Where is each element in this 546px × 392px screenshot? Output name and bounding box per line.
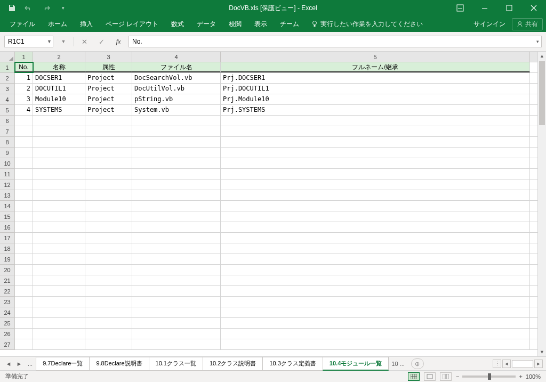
cell[interactable]: [33, 254, 85, 264]
cell[interactable]: [221, 339, 530, 349]
cell[interactable]: [15, 126, 33, 136]
row-header[interactable]: 12: [0, 179, 14, 190]
cell[interactable]: [15, 116, 33, 126]
qat-customize-icon[interactable]: ▾: [57, 2, 69, 14]
cell[interactable]: [132, 339, 221, 349]
cell[interactable]: [15, 190, 33, 200]
new-sheet-button[interactable]: ⊕: [411, 358, 424, 369]
cell[interactable]: 3: [15, 94, 33, 104]
cell[interactable]: Project: [85, 84, 132, 94]
sheet-tab[interactable]: 10.1クラス一覧: [149, 357, 203, 371]
cell[interactable]: [15, 243, 33, 254]
insert-function-button[interactable]: fx: [111, 36, 125, 47]
tab-pagelayout[interactable]: ページ レイアウト: [99, 16, 165, 32]
cell[interactable]: [15, 201, 33, 211]
cell[interactable]: [85, 233, 132, 243]
sheet-tab[interactable]: 10.4モジュール一覧: [323, 357, 389, 371]
cell[interactable]: [33, 329, 85, 339]
view-pagebreak-button[interactable]: [440, 372, 452, 381]
cell[interactable]: [221, 179, 530, 190]
tab-team[interactable]: チーム: [274, 16, 306, 32]
cell[interactable]: [15, 158, 33, 168]
save-button[interactable]: [5, 2, 18, 14]
row-header[interactable]: 1: [0, 62, 14, 73]
cell[interactable]: [221, 233, 530, 243]
cell[interactable]: DocUtilVol.vb: [132, 84, 221, 94]
zoom-out-button[interactable]: −: [456, 373, 459, 380]
cell[interactable]: [132, 126, 221, 136]
hscroll-divider[interactable]: ⋮: [493, 360, 501, 368]
cell[interactable]: [132, 329, 221, 339]
row-header[interactable]: 27: [0, 339, 14, 350]
cell[interactable]: [132, 148, 221, 158]
undo-button[interactable]: [22, 2, 35, 14]
tab-view[interactable]: 表示: [248, 16, 274, 32]
cell[interactable]: [221, 169, 530, 179]
cell[interactable]: [132, 307, 221, 317]
scrollbar-thumb[interactable]: [539, 61, 545, 125]
share-button[interactable]: 共有: [512, 18, 543, 30]
row-header[interactable]: 19: [0, 254, 14, 265]
row-header[interactable]: 13: [0, 190, 14, 201]
ribbon-options-button[interactable]: [448, 0, 472, 16]
table-header-cell[interactable]: フルネーム/継承: [221, 62, 530, 72]
cell[interactable]: [15, 318, 33, 328]
cell[interactable]: [85, 126, 132, 136]
cell[interactable]: [85, 169, 132, 179]
cell[interactable]: SYSTEMS: [33, 105, 85, 115]
cell[interactable]: pString.vb: [132, 94, 221, 104]
cell[interactable]: [33, 190, 85, 200]
cell[interactable]: [221, 318, 530, 328]
column-header[interactable]: 3: [85, 52, 132, 62]
column-header[interactable]: 4: [132, 52, 221, 62]
sheet-tab[interactable]: 9.7Declare一覧: [36, 357, 90, 371]
tab-nav-prev[interactable]: ◄: [3, 361, 14, 367]
cell[interactable]: [33, 137, 85, 147]
redo-button[interactable]: [39, 2, 52, 14]
sheet-tab[interactable]: 10.3クラス定義書: [262, 357, 323, 371]
name-box[interactable]: R1C1 ▼: [4, 36, 53, 47]
table-header-cell[interactable]: 名称: [33, 62, 85, 72]
hscroll-right[interactable]: ►: [534, 360, 543, 368]
cell[interactable]: [132, 222, 221, 232]
cell[interactable]: Prj.DOCUTIL1: [221, 84, 530, 94]
cell[interactable]: DOCSER1: [33, 73, 85, 83]
cell[interactable]: [33, 169, 85, 179]
cell[interactable]: [221, 254, 530, 264]
cell[interactable]: DOCUTIL1: [33, 84, 85, 94]
tab-file[interactable]: ファイル: [3, 16, 42, 32]
namebox-expand-icon[interactable]: ▼: [57, 36, 70, 47]
cell[interactable]: [221, 137, 530, 147]
cell[interactable]: [85, 222, 132, 232]
cell[interactable]: [85, 318, 132, 328]
cell[interactable]: [33, 126, 85, 136]
cell[interactable]: [33, 211, 85, 222]
cell[interactable]: [132, 233, 221, 243]
minimize-button[interactable]: [472, 0, 497, 16]
tab-overflow-left[interactable]: ...: [25, 361, 36, 367]
cell[interactable]: [33, 179, 85, 190]
table-header-cell[interactable]: No.: [15, 62, 33, 72]
cell[interactable]: [85, 116, 132, 126]
zoom-in-button[interactable]: +: [519, 373, 522, 380]
enter-formula-button[interactable]: ✓: [94, 36, 108, 47]
cell[interactable]: [132, 137, 221, 147]
row-header[interactable]: 14: [0, 201, 14, 211]
row-header[interactable]: 22: [0, 286, 14, 297]
row-header[interactable]: 2: [0, 73, 14, 84]
cell[interactable]: [33, 158, 85, 168]
zoom-slider[interactable]: [462, 375, 516, 378]
row-header[interactable]: 21: [0, 275, 14, 286]
column-header[interactable]: 1: [15, 52, 33, 62]
hscroll-track[interactable]: [512, 360, 533, 368]
cell[interactable]: 4: [15, 105, 33, 115]
tab-formulas[interactable]: 数式: [165, 16, 190, 32]
row-header[interactable]: 26: [0, 329, 14, 339]
row-header[interactable]: 16: [0, 222, 14, 233]
row-header[interactable]: 24: [0, 307, 14, 318]
row-header[interactable]: 23: [0, 297, 14, 307]
cell[interactable]: Project: [85, 94, 132, 104]
cell[interactable]: [15, 222, 33, 232]
signin-link[interactable]: サインイン: [473, 20, 505, 29]
cell[interactable]: [85, 190, 132, 200]
